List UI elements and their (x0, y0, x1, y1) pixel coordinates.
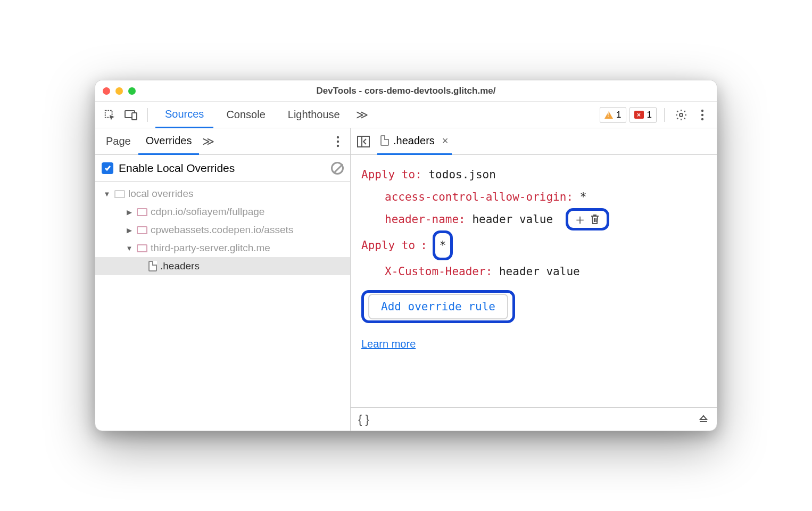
left-tab-overrides[interactable]: Overrides (138, 128, 200, 155)
wildcard-highlight: * (433, 230, 453, 260)
caret-down-icon: ▼ (125, 244, 134, 252)
editor-tab-headers[interactable]: .headers × (377, 128, 452, 155)
divider (147, 108, 148, 122)
enable-overrides-label: Enable Local Overrides (119, 162, 235, 175)
more-left-tabs-chevron-icon[interactable]: ≫ (199, 135, 218, 149)
svg-point-8 (337, 140, 339, 142)
toggle-sidebar-icon[interactable] (356, 136, 371, 147)
apply-to-line: Apply to: todos.json (361, 163, 706, 186)
add-rule-row: Add override rule (361, 290, 706, 323)
device-toolbar-icon[interactable] (122, 106, 140, 124)
svg-point-4 (701, 109, 703, 111)
content-area: Page Overrides ≫ Enable Local Overrides … (95, 128, 717, 431)
folder-icon (114, 190, 125, 198)
traffic-lights (103, 87, 136, 95)
tab-console[interactable]: Console (217, 102, 275, 128)
file-icon (148, 261, 157, 271)
apply-label: Apply to (361, 234, 415, 257)
folder-icon (137, 244, 147, 252)
folder-label: third-party-server.glitch.me (151, 242, 270, 254)
apply-target[interactable]: todos.json (428, 168, 495, 181)
warning-count: 1 (616, 110, 621, 120)
pretty-print-icon[interactable]: { } (358, 413, 369, 426)
folder-icon (137, 226, 147, 234)
tree-root[interactable]: ▼ local overrides (95, 185, 350, 203)
devtools-window: DevTools - cors-demo-devtools.glitch.me/… (95, 80, 717, 431)
left-kebab-menu-icon[interactable] (329, 133, 347, 151)
warning-triangle-icon (604, 111, 613, 119)
editor-tabbar: .headers × (351, 128, 717, 155)
more-tabs-chevron-icon[interactable]: ≫ (353, 108, 371, 122)
svg-point-3 (680, 113, 683, 117)
tab-sources[interactable]: Sources (155, 102, 213, 128)
svg-point-7 (337, 136, 339, 138)
header-line: X-Custom-Header: header value (361, 260, 706, 283)
clear-overrides-icon[interactable] (331, 162, 344, 175)
header-name[interactable]: header-name (385, 213, 459, 226)
settings-gear-icon[interactable] (672, 106, 690, 124)
left-tabbar: Page Overrides ≫ (95, 128, 350, 155)
header-line: header-name: header value ＋ (361, 208, 706, 230)
delete-header-icon[interactable] (587, 212, 602, 227)
right-panel: .headers × Apply to: todos.json access-c… (351, 128, 717, 431)
header-name[interactable]: access-control-allow-origin (385, 191, 566, 203)
main-toolbar: Sources Console Lighthouse ≫ 1 × 1 (95, 102, 717, 128)
errors-badge[interactable]: × 1 (629, 107, 657, 123)
caret-down-icon: ▼ (103, 190, 111, 198)
header-name[interactable]: X-Custom-Header (385, 265, 486, 278)
folder-label: cpwebassets.codepen.io/assets (151, 224, 293, 236)
tree-folder[interactable]: ▼ third-party-server.glitch.me (95, 239, 350, 257)
error-square-icon: × (634, 111, 644, 119)
enable-overrides-row: Enable Local Overrides (95, 155, 350, 182)
svg-point-5 (701, 113, 703, 116)
file-label: .headers (160, 260, 200, 272)
header-value[interactable]: header value (499, 265, 580, 278)
divider (664, 108, 665, 122)
close-tab-icon[interactable]: × (442, 135, 449, 147)
editor-tab-label: .headers (393, 135, 435, 147)
window-title: DevTools - cors-demo-devtools.glitch.me/ (95, 86, 717, 96)
save-to-file-icon[interactable] (698, 413, 709, 426)
svg-point-9 (337, 144, 339, 146)
header-actions-highlight: ＋ (566, 208, 609, 230)
tab-lighthouse[interactable]: Lighthouse (278, 102, 350, 128)
svg-rect-2 (132, 113, 137, 120)
error-count: 1 (647, 110, 652, 120)
caret-right-icon: ▶ (125, 208, 134, 216)
add-header-icon[interactable]: ＋ (573, 212, 587, 227)
add-override-rule-button[interactable]: Add override rule (368, 294, 508, 319)
header-line: access-control-allow-origin: * (361, 186, 706, 208)
apply-label: Apply to (361, 168, 415, 181)
file-tree: ▼ local overrides ▶ cdpn.io/sofiayem/ful… (95, 182, 350, 431)
left-panel: Page Overrides ≫ Enable Local Overrides … (95, 128, 351, 431)
learn-more-row: Learn more (361, 333, 706, 355)
apply-target[interactable]: * (440, 234, 446, 257)
file-icon (380, 135, 389, 146)
folder-icon (137, 208, 147, 216)
warnings-badge[interactable]: 1 (600, 107, 626, 123)
tree-root-label: local overrides (128, 188, 194, 200)
titlebar: DevTools - cors-demo-devtools.glitch.me/ (95, 80, 717, 102)
kebab-menu-icon[interactable] (693, 106, 711, 124)
left-tab-page[interactable]: Page (98, 128, 138, 155)
header-value[interactable]: header value (472, 213, 553, 226)
enable-overrides-checkbox[interactable] (102, 162, 113, 174)
header-value[interactable]: * (580, 191, 587, 203)
caret-right-icon: ▶ (125, 226, 134, 234)
tree-folder[interactable]: ▶ cdpn.io/sofiayem/fullpage (95, 203, 350, 221)
tree-file-selected[interactable]: .headers (95, 257, 350, 275)
editor-statusbar: { } (351, 407, 717, 431)
close-window-icon[interactable] (103, 87, 110, 95)
learn-more-link[interactable]: Learn more (361, 338, 416, 350)
tree-folder[interactable]: ▶ cpwebassets.codepen.io/assets (95, 221, 350, 239)
maximize-window-icon[interactable] (128, 87, 136, 95)
apply-to-line: Apply to: * (361, 230, 706, 260)
svg-point-6 (701, 118, 703, 120)
add-rule-highlight: Add override rule (361, 290, 515, 323)
folder-label: cdpn.io/sofiayem/fullpage (151, 206, 264, 218)
minimize-window-icon[interactable] (115, 87, 123, 95)
inspect-element-icon[interactable] (101, 106, 119, 124)
editor-body: Apply to: todos.json access-control-allo… (351, 155, 717, 407)
